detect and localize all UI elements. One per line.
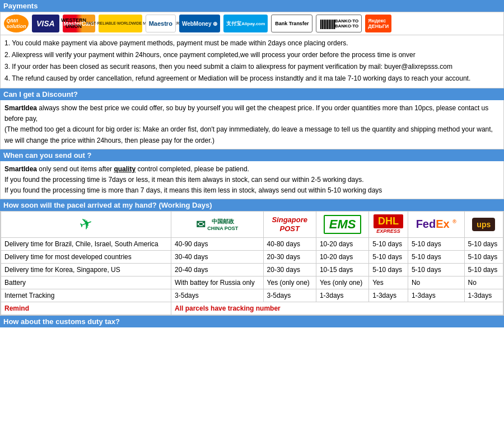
remind-value-cell: All parcels have tracking number bbox=[171, 302, 503, 315]
shipping-header: How soon will the pacel arrived at my ha… bbox=[0, 199, 504, 211]
row2-dhl: 5-10 days bbox=[369, 250, 408, 263]
ups-logo: ups bbox=[472, 218, 495, 231]
table-row: Delivery time for Brazil, Chile, Israel,… bbox=[1, 237, 503, 250]
row2-singapore: 20-30 days bbox=[263, 250, 316, 263]
alipay-logo: 支付宝Alipay.com bbox=[223, 15, 268, 32]
shipping-table-wrapper: ✈ ✉ 中国邮政 CHINA POST bbox=[0, 211, 504, 315]
sendout-content: SmartIdea only send out items after qual… bbox=[0, 161, 504, 200]
payment-note-2: 2. Aliexpress will verify your payment w… bbox=[4, 50, 500, 60]
quality-label: quality bbox=[114, 165, 136, 173]
payment-note-1: 1. You could make payment via above paym… bbox=[4, 38, 500, 48]
westernunion-logo: WESTERNUNIONFAST·RELIABLE·WORLDWIDE MONE… bbox=[99, 15, 142, 32]
row4-ups: No bbox=[464, 276, 503, 289]
barcode-logo: |||||||||BANKO·TOBANKO·TO bbox=[316, 15, 362, 32]
row3-fedex: 5-10 days bbox=[408, 263, 464, 276]
row5-chinapost: 3-5days bbox=[171, 289, 264, 302]
table-row: Internet Tracking 3-5days 3-5days 1-3day… bbox=[1, 289, 503, 302]
row5-singapore: 3-5days bbox=[263, 289, 316, 302]
table-row: Battery With battey for Russia only Yes … bbox=[1, 276, 503, 289]
discount-text-2: (The method too get a dicount for big or… bbox=[4, 124, 500, 146]
row1-ems: 10-20 days bbox=[316, 237, 368, 250]
visa-logo: VISA bbox=[32, 15, 59, 32]
row1-dhl: 5-10 days bbox=[369, 237, 408, 250]
row1-singapore: 40-80 days bbox=[263, 237, 316, 250]
row5-ups: 1-3days bbox=[464, 289, 503, 302]
row2-fedex: 5-10 days bbox=[408, 250, 464, 263]
payments-header: Payments bbox=[0, 0, 504, 12]
discount-content: SmartIdea always show the best price we … bbox=[0, 100, 504, 149]
sendout-line2: If you found the processing time is 7day… bbox=[4, 175, 500, 185]
yandex-logo: ЯндексДЕНЬГИ bbox=[365, 15, 391, 32]
row4-ems: Yes (only one) bbox=[316, 276, 368, 289]
remind-label-cell: Remind bbox=[1, 302, 171, 315]
row3-label: Delivery time for Korea, Singapore, US bbox=[1, 263, 171, 276]
ems-logo: EMS bbox=[324, 215, 362, 234]
remind-label: Remind bbox=[4, 304, 29, 312]
carrier-header-ems: EMS bbox=[316, 212, 368, 237]
row3-ups: 5-10 days bbox=[464, 263, 503, 276]
row4-label: Battery bbox=[1, 276, 171, 289]
singaporepost-logo: SingaporePOST bbox=[269, 214, 310, 235]
sendout-text-1: SmartIdea only send out items after qual… bbox=[4, 164, 500, 175]
shipping-table: ✈ ✉ 中国邮政 CHINA POST bbox=[1, 211, 503, 315]
discount-header: Can I get a Discount? bbox=[0, 88, 504, 100]
row1-label: Delivery time for Brazil, Chile, Israel,… bbox=[1, 237, 171, 250]
plane-icon: ✈ bbox=[77, 213, 95, 235]
carrier-header-fedex: FedEx ® bbox=[408, 212, 464, 237]
row3-ems: 10-15 days bbox=[316, 263, 368, 276]
row4-singapore: Yes (only one) bbox=[263, 276, 316, 289]
row2-chinapost: 30-40 days bbox=[171, 250, 264, 263]
brand-smartidea-1: SmartIdea bbox=[4, 104, 37, 112]
carrier-header-dhl: DHL EXPRESS bbox=[369, 212, 408, 237]
payment-notes: 1. You could make payment via above paym… bbox=[0, 35, 504, 88]
customs-header: How about the customs duty tax? bbox=[0, 316, 504, 327]
row5-dhl: 1-3days bbox=[369, 289, 408, 302]
sendout-line3: If you found the processing time is more… bbox=[4, 185, 500, 196]
banktransfer-logo: Bank Transfer bbox=[271, 15, 312, 32]
payment-note-4: 4. The refund caused by order cancellati… bbox=[4, 73, 500, 83]
row4-dhl: Yes bbox=[369, 276, 408, 289]
table-row: Delivery time for most developed countri… bbox=[1, 250, 503, 263]
dhl-logo: DHL EXPRESS bbox=[372, 214, 404, 234]
carrier-header-plane: ✈ bbox=[1, 212, 171, 237]
carrier-header-chinapost: ✉ 中国邮政 CHINA POST bbox=[171, 212, 264, 237]
remind-row: Remind All parcels have tracking number bbox=[1, 302, 503, 315]
fedex-logo: FedEx ® bbox=[413, 216, 459, 232]
webmoney-logo: WebMoney ⊛ bbox=[179, 15, 220, 32]
row5-fedex: 1-3days bbox=[408, 289, 464, 302]
row3-singapore: 20-30 days bbox=[263, 263, 316, 276]
row4-fedex: No bbox=[408, 276, 464, 289]
row3-chinapost: 20-40 days bbox=[171, 263, 264, 276]
row2-label: Delivery time for most developed countri… bbox=[1, 250, 171, 263]
payment-note-3: 3. If your order has been closed as secu… bbox=[4, 62, 500, 72]
carrier-header-ups: ups bbox=[464, 212, 503, 237]
row5-label: Internet Tracking bbox=[1, 289, 171, 302]
row1-ups: 5-10 days bbox=[464, 237, 503, 250]
row1-fedex: 5-10 days bbox=[408, 237, 464, 250]
row3-dhl: 5-10 days bbox=[369, 263, 408, 276]
payment-logos-row: QIWIsolution VISA MasterCard WESTERNUNIO… bbox=[0, 12, 504, 35]
brand-smartidea-2: SmartIdea bbox=[4, 165, 37, 173]
row1-chinapost: 40-90 days bbox=[171, 237, 264, 250]
maestro-logo: Maestro bbox=[146, 15, 176, 32]
carrier-header-singapore: SingaporePOST bbox=[263, 212, 316, 237]
row5-ems: 1-3days bbox=[316, 289, 368, 302]
table-row: Delivery time for Korea, Singapore, US 2… bbox=[1, 263, 503, 276]
remind-value: All parcels have tracking number bbox=[175, 304, 281, 312]
sendout-header: When can you send out ? bbox=[0, 149, 504, 161]
discount-text: SmartIdea always show the best price we … bbox=[4, 103, 500, 124]
qiwi-logo: QIWIsolution bbox=[4, 15, 29, 32]
row4-chinapost: With battey for Russia only bbox=[171, 276, 264, 289]
row2-ems: 10-20 days bbox=[316, 250, 368, 263]
row2-ups: 5-10 days bbox=[464, 250, 503, 263]
discount-text-1: always show the best price we could offe… bbox=[4, 104, 488, 123]
chinapost-logo: ✉ 中国邮政 CHINA POST bbox=[175, 216, 260, 233]
